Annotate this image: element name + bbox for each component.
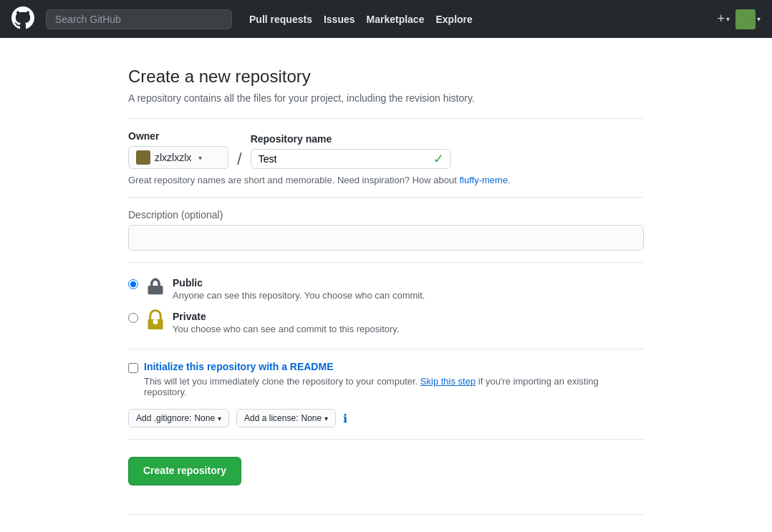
repo-name-group: Repository name ✓ [251,133,451,169]
owner-avatar-icon [136,150,150,165]
readme-section: Initialize this repository with a README… [128,361,644,397]
info-icon[interactable]: ℹ [343,412,347,425]
suggestion-link[interactable]: fluffy-meme [459,175,508,185]
new-menu-button[interactable]: + ▾ [717,11,730,26]
visibility-divider [128,349,644,349]
public-desc: Anyone can see this repository. You choo… [173,290,425,301]
license-chevron-icon: ▾ [324,415,328,422]
gitignore-value: None [194,413,215,423]
avatar-menu-button[interactable]: ▾ [735,9,761,29]
owner-chevron-icon: ▾ [198,154,202,162]
github-logo-link[interactable] [11,6,34,32]
search-input[interactable] [46,9,232,29]
description-label: Description (optional) [128,209,644,221]
gitignore-label: Add .gitignore: [136,413,191,423]
public-icon [145,276,165,296]
private-icon [145,309,165,329]
repo-name-wrap: ✓ [251,149,451,169]
gitignore-chevron-icon: ▾ [218,415,221,422]
public-option: Public Anyone can see this repository. Y… [128,277,644,301]
readme-label[interactable]: Initialize this repository with a README [144,361,333,372]
license-label: Add a license: [244,413,298,423]
visibility-section: Public Anyone can see this repository. Y… [128,277,644,334]
description-group: Description (optional) [128,209,644,251]
avatar [735,9,756,29]
navbar-links: Pull requests Issues Marketplace Explore [249,14,473,25]
public-title: Public [173,277,425,289]
navbar-marketplace[interactable]: Marketplace [367,14,425,25]
public-radio[interactable] [128,279,138,289]
repo-name-hint: Great repository names are short and mem… [128,175,644,185]
private-content: Private You choose who can see and commi… [173,311,400,334]
page-subtitle: A repository contains all the files for … [128,92,644,104]
page-title: Create a new repository [128,67,644,87]
private-desc: You choose who can see and commit to thi… [173,324,400,334]
skip-link[interactable]: Skip this step [420,376,476,387]
avatar-chevron-icon: ▾ [757,15,761,23]
desc-divider [128,262,644,263]
navbar-explore[interactable]: Explore [435,14,472,25]
gitignore-dropdown[interactable]: Add .gitignore: None ▾ [128,409,229,427]
hint-divider [128,197,644,198]
extras-row: Add .gitignore: None ▾ Add a license: No… [128,409,644,427]
owner-select[interactable]: zlxzlxzlx ▾ [128,146,228,169]
main-content: Create a new repository A repository con… [114,67,658,515]
readme-desc: This will let you immediately clone the … [144,376,644,397]
title-divider [128,118,644,119]
public-content: Public Anyone can see this repository. Y… [173,277,425,301]
navbar-right: + ▾ ▾ [717,9,761,29]
navbar: Pull requests Issues Marketplace Explore… [0,0,772,38]
repo-name-label: Repository name [251,133,451,145]
owner-label: Owner [128,130,228,142]
submit-section: Create repository [128,457,644,485]
private-title: Private [173,311,400,322]
check-icon: ✓ [433,151,444,167]
repo-name-input[interactable] [251,149,451,169]
readme-checkbox[interactable] [128,363,138,373]
create-repository-button[interactable]: Create repository [128,457,241,485]
navbar-pull-requests[interactable]: Pull requests [249,14,312,25]
private-radio[interactable] [128,313,138,323]
readme-option: Initialize this repository with a README [128,361,644,373]
slash-separator: / [234,150,245,168]
description-input[interactable] [128,225,644,251]
owner-group: Owner zlxzlxzlx ▾ [128,130,228,169]
plus-icon: + [717,11,725,26]
footer-divider [128,514,644,515]
owner-repo-row: Owner zlxzlxzlx ▾ / Repository name ✓ [128,130,644,169]
github-logo-icon [11,6,34,29]
license-dropdown[interactable]: Add a license: None ▾ [236,409,336,427]
navbar-issues[interactable]: Issues [324,14,355,25]
license-value: None [301,413,322,423]
extras-divider [128,439,644,440]
private-option: Private You choose who can see and commi… [128,311,644,334]
chevron-down-icon: ▾ [726,15,730,23]
owner-value: zlxzlxzlx [155,152,191,163]
